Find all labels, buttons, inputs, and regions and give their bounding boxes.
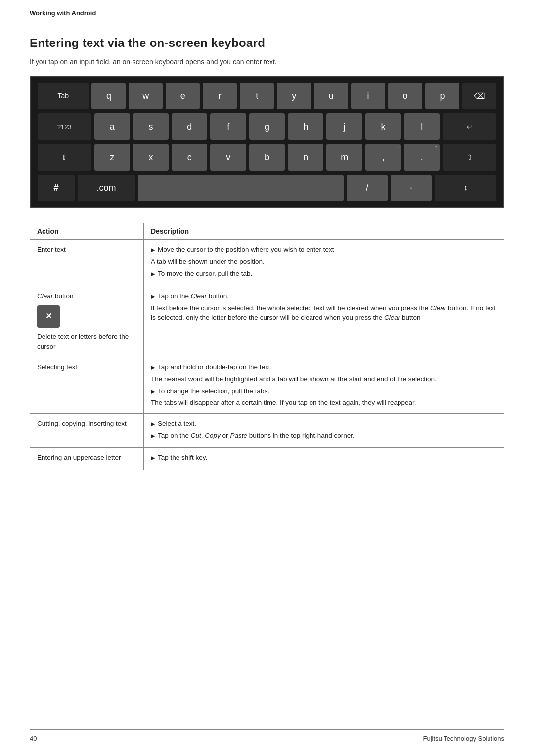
keyboard: Tab q w e r t y u i o p ⌫ ?123 a s d f g… [30,76,504,208]
f-key[interactable]: f [210,113,246,140]
table-row: Clear button ✕ Delete text or letters be… [30,286,504,357]
bullet-text-6: Select a text. [158,419,196,429]
shift-left-key[interactable]: ⇧ [38,144,91,171]
a-key[interactable]: a [94,113,130,140]
shift-right-key[interactable]: ⇧ [443,144,496,171]
v-key[interactable]: v [210,144,246,171]
dotcom-key[interactable]: .com [78,175,135,201]
bullet-select-2: ▶ To change the selection, pull the tabs… [151,386,497,396]
action-enter-text: Enter text [30,240,144,286]
section-title: Entering text via the on-screen keyboard [30,36,504,50]
y-key[interactable]: y [277,83,311,109]
select-para-2: The tabs will disappear after a certain … [151,398,497,408]
z-key[interactable]: z [94,144,130,171]
keyboard-switch-key[interactable]: ↕ [435,175,496,201]
h-key[interactable]: h [288,113,323,140]
s-key[interactable]: s [133,113,169,140]
q-key[interactable]: q [91,83,126,109]
bullet-1: ▶ Move the cursor to the position where … [151,245,497,255]
n-key[interactable]: n [288,144,323,171]
r-key[interactable]: r [203,83,237,109]
g-key[interactable]: g [249,113,285,140]
bullet-upper-1: ▶ Tap the shift key. [151,453,497,463]
comma-small-num: ! [398,145,399,150]
b-key[interactable]: b [249,144,285,171]
k-key[interactable]: k [365,113,401,140]
period-key[interactable]: ?. [404,144,440,171]
keyboard-row-1: Tab q w e r t y u i o p ⌫ [38,83,496,109]
arrow-icon-1: ▶ [151,246,155,255]
select-para-1: The nearest word will be highlighted and… [151,374,497,384]
arrow-icon-2: ▶ [151,270,155,279]
l-key[interactable]: l [404,113,440,140]
bullet-text-8: Tap the shift key. [158,453,207,463]
keyboard-row-3: ⇧ z x c v b n m !, ?. ⇧ [38,144,496,171]
bullet-clear-1: ▶ Tap on the Clear button. [151,291,497,301]
dash-key[interactable]: "- [391,175,432,201]
table-row: Cutting, copying, inserting text ▶ Selec… [30,413,504,448]
space-key[interactable] [138,175,344,201]
x-icon: ✕ [45,311,52,322]
slash-key[interactable]: / [347,175,388,201]
bullet-cut-2: ▶ Tap on the Cut, Copy or Paste buttons … [151,431,497,441]
description-enter-text: ▶ Move the cursor to the position where … [144,240,504,286]
period-small-num: ? [435,145,437,150]
m-key[interactable]: m [326,144,362,171]
num-key[interactable]: ?123 [38,113,91,140]
backspace-key[interactable]: ⌫ [462,83,496,109]
description-cutting-copying: ▶ Select a text. ▶ Tap on the Cut, Copy … [144,413,504,448]
comma-key[interactable]: !, [365,144,401,171]
c-key[interactable]: c [172,144,207,171]
table-header-row: Action Description [30,223,504,240]
action-table: Action Description Enter text ▶ Move the… [30,223,504,470]
tab-key[interactable]: Tab [38,83,89,109]
p-key[interactable]: p [425,83,459,109]
action-cutting-copying: Cutting, copying, inserting text [30,413,144,448]
bullet-text-3: Tap on the Clear button. [158,291,229,301]
table-row: Entering an uppercase letter ▶ Tap the s… [30,448,504,470]
clear-description-para: If text before the cursor is selected, t… [151,303,497,323]
page-footer: 40 Fujitsu Technology Solutions [30,729,504,742]
action-header: Action [30,223,144,240]
bullet-2: ▶ To move the cursor, pull the tab. [151,269,497,279]
hash-key[interactable]: # [38,175,75,201]
u-key[interactable]: u [314,83,348,109]
bullet-text-5: To change the selection, pull the tabs. [158,386,269,396]
action-clear-button: Clear button ✕ Delete text or letters be… [30,286,144,357]
o-key[interactable]: o [388,83,422,109]
action-selecting-text: Selecting text [30,357,144,413]
action-uppercase: Entering an uppercase letter [30,448,144,470]
enter-key[interactable]: ↵ [443,113,496,140]
arrow-icon-7: ▶ [151,432,155,441]
bullet-text-1: Move the cursor to the position where yo… [158,245,334,255]
i-key[interactable]: i [351,83,385,109]
w-key[interactable]: w [129,83,163,109]
description-line-2: A tab will be shown under the position. [151,257,497,267]
table-row: Enter text ▶ Move the cursor to the posi… [30,240,504,286]
table-row: Selecting text ▶ Tap and hold or double-… [30,357,504,413]
x-key[interactable]: x [133,144,169,171]
description-clear-button: ▶ Tap on the Clear button. If text befor… [144,286,504,357]
t-key[interactable]: t [240,83,274,109]
clear-italic-label: Clear [37,292,53,300]
clear-button-description: Delete text or letters before the cursor [37,333,129,350]
bullet-text-7: Tap on the Cut, Copy or Paste buttons in… [158,431,355,441]
page-number: 40 [30,735,37,742]
company-name: Fujitsu Technology Solutions [423,735,504,742]
d-key[interactable]: d [172,113,207,140]
bullet-cut-1: ▶ Select a text. [151,419,497,429]
e-key[interactable]: e [166,83,200,109]
main-content: Entering text via the on-screen keyboard… [0,21,534,500]
header-section-label: Working with Android [30,9,96,17]
arrow-icon-6: ▶ [151,420,155,429]
keyboard-row-4: # .com / "- ↕ [38,175,496,201]
page-header: Working with Android [0,0,534,21]
bullet-select-1: ▶ Tap and hold or double-tap on the text… [151,362,497,372]
intro-text: If you tap on an input field, an on-scre… [30,58,504,66]
bullet-text-4: Tap and hold or double-tap on the text. [158,362,272,372]
j-key[interactable]: j [326,113,362,140]
arrow-icon-8: ▶ [151,454,155,463]
arrow-icon-3: ▶ [151,292,155,301]
arrow-icon-5: ▶ [151,387,155,396]
description-uppercase: ▶ Tap the shift key. [144,448,504,470]
